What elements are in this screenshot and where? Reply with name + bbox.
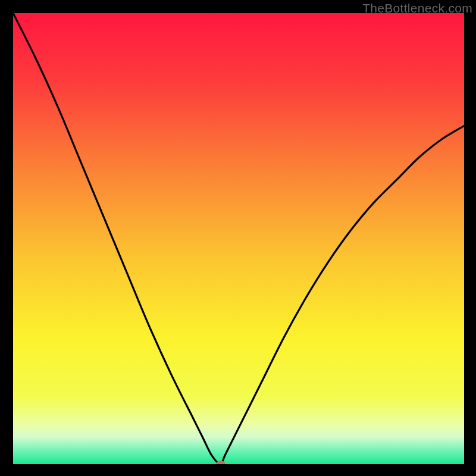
marker-point [216,461,225,465]
plot-area [13,13,464,464]
chart-container: TheBottleneck.com [0,0,476,476]
watermark-text: TheBottleneck.com [362,1,472,15]
curve-line [13,13,464,464]
